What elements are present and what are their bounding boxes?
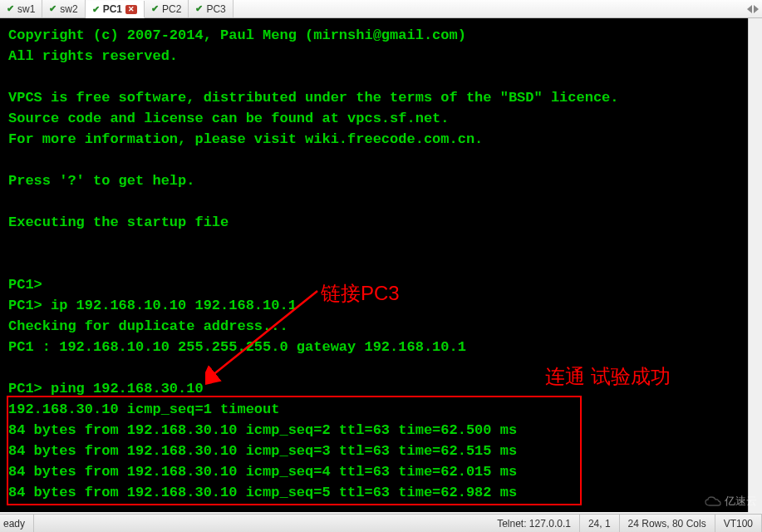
check-icon: ✔: [7, 3, 14, 14]
status-connection: Telnet: 127.0.0.1: [489, 515, 580, 532]
tab-sw1[interactable]: ✔ sw1: [0, 0, 42, 17]
tab-nav: [747, 0, 762, 17]
prev-tab-icon[interactable]: [747, 5, 752, 13]
tab-label: sw1: [17, 3, 35, 15]
status-bar: eady Telnet: 127.0.0.1 24, 1 24 Rows, 80…: [0, 514, 762, 532]
tab-label: sw2: [60, 3, 77, 15]
tab-label: PC2: [162, 3, 181, 15]
next-tab-icon[interactable]: [754, 5, 759, 13]
status-size: 24 Rows, 80 Cols: [620, 515, 715, 532]
tab-label: PC3: [206, 3, 225, 15]
check-icon: ✔: [151, 3, 159, 14]
tab-sw2[interactable]: ✔ sw2: [42, 0, 85, 17]
status-cursor-pos: 24, 1: [580, 515, 620, 532]
status-ready: eady: [0, 515, 34, 532]
status-term-type: VT100: [715, 515, 762, 532]
tab-pc3[interactable]: ✔ PC3: [189, 0, 233, 17]
watermark: 亿速云: [705, 494, 757, 509]
check-icon: ✔: [92, 4, 100, 15]
tab-pc1[interactable]: ✔ PC1 ✕: [86, 1, 145, 18]
vertical-scrollbar[interactable]: [748, 18, 762, 512]
tab-pc2[interactable]: ✔ PC2: [145, 0, 189, 17]
close-icon[interactable]: ✕: [125, 5, 137, 14]
check-icon: ✔: [195, 3, 203, 14]
tab-bar: ✔ sw1 ✔ sw2 ✔ PC1 ✕ ✔ PC2 ✔ PC3: [0, 0, 762, 18]
watermark-text: 亿速云: [725, 494, 757, 509]
tab-label: PC1: [103, 3, 122, 15]
terminal-output[interactable]: Copyright (c) 2007-2014, Paul Meng (mirn…: [0, 18, 762, 512]
cloud-icon: [705, 495, 721, 507]
annotation-text-2: 连通 试验成功: [545, 363, 671, 390]
check-icon: ✔: [49, 3, 57, 14]
annotation-text-1: 链接PC3: [321, 280, 400, 307]
